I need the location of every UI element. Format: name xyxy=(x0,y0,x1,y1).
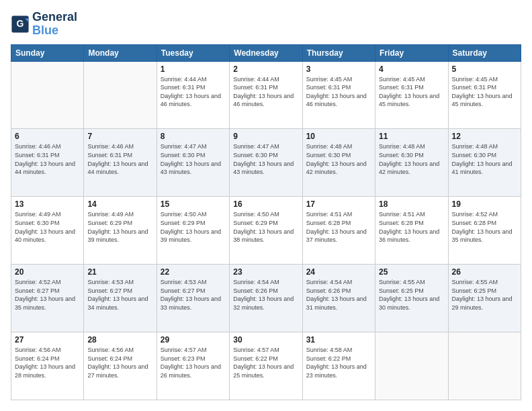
calendar-day-cell: 18Sunrise: 4:51 AM Sunset: 6:28 PM Dayli… xyxy=(375,197,448,265)
day-info: Sunrise: 4:44 AM Sunset: 6:31 PM Dayligh… xyxy=(233,75,298,109)
weekday-header: Saturday xyxy=(448,44,521,61)
day-number: 1 xyxy=(161,64,226,74)
day-info: Sunrise: 4:55 AM Sunset: 6:25 PM Dayligh… xyxy=(452,278,517,312)
day-number: 15 xyxy=(161,199,226,209)
day-number: 4 xyxy=(379,64,444,74)
day-number: 14 xyxy=(87,199,152,209)
calendar-day-cell: 11Sunrise: 4:48 AM Sunset: 6:30 PM Dayli… xyxy=(375,129,448,197)
day-number: 26 xyxy=(452,267,517,277)
calendar-day-cell: 3Sunrise: 4:45 AM Sunset: 6:31 PM Daylig… xyxy=(302,61,375,129)
calendar-day-cell: 23Sunrise: 4:54 AM Sunset: 6:26 PM Dayli… xyxy=(230,265,302,332)
day-info: Sunrise: 4:49 AM Sunset: 6:30 PM Dayligh… xyxy=(15,210,80,244)
calendar-day-cell: 9Sunrise: 4:47 AM Sunset: 6:30 PM Daylig… xyxy=(230,129,302,197)
calendar-day-cell: 5Sunrise: 4:45 AM Sunset: 6:31 PM Daylig… xyxy=(448,61,521,129)
calendar-day-cell: 27Sunrise: 4:56 AM Sunset: 6:24 PM Dayli… xyxy=(11,332,84,400)
logo: G General Blue xyxy=(11,11,77,38)
day-number: 20 xyxy=(15,267,80,277)
calendar-day-cell: 1Sunrise: 4:44 AM Sunset: 6:31 PM Daylig… xyxy=(157,61,229,129)
calendar-day-cell: 13Sunrise: 4:49 AM Sunset: 6:30 PM Dayli… xyxy=(11,197,84,265)
calendar-day-cell: 22Sunrise: 4:53 AM Sunset: 6:27 PM Dayli… xyxy=(157,265,229,332)
day-number: 9 xyxy=(233,132,298,141)
day-info: Sunrise: 4:53 AM Sunset: 6:27 PM Dayligh… xyxy=(161,278,226,312)
day-info: Sunrise: 4:53 AM Sunset: 6:27 PM Dayligh… xyxy=(87,278,152,312)
calendar-day-cell: 31Sunrise: 4:58 AM Sunset: 6:22 PM Dayli… xyxy=(302,332,375,400)
calendar-week-row: 6Sunrise: 4:46 AM Sunset: 6:31 PM Daylig… xyxy=(11,129,521,197)
day-number: 29 xyxy=(161,335,226,345)
calendar-week-row: 20Sunrise: 4:52 AM Sunset: 6:27 PM Dayli… xyxy=(11,265,521,332)
day-info: Sunrise: 4:56 AM Sunset: 6:24 PM Dayligh… xyxy=(87,346,152,379)
day-info: Sunrise: 4:54 AM Sunset: 6:26 PM Dayligh… xyxy=(306,278,371,312)
day-info: Sunrise: 4:50 AM Sunset: 6:29 PM Dayligh… xyxy=(233,210,298,244)
logo-line1: General xyxy=(32,11,77,24)
day-info: Sunrise: 4:52 AM Sunset: 6:28 PM Dayligh… xyxy=(452,210,517,244)
day-number: 18 xyxy=(379,199,444,209)
weekday-header: Wednesday xyxy=(230,44,302,61)
day-number: 13 xyxy=(15,199,80,209)
calendar-week-row: 13Sunrise: 4:49 AM Sunset: 6:30 PM Dayli… xyxy=(11,197,521,265)
day-number: 12 xyxy=(452,132,517,141)
svg-text:G: G xyxy=(17,18,24,29)
calendar-week-row: 27Sunrise: 4:56 AM Sunset: 6:24 PM Dayli… xyxy=(11,332,521,400)
day-number: 5 xyxy=(452,64,517,74)
calendar-day-cell: 2Sunrise: 4:44 AM Sunset: 6:31 PM Daylig… xyxy=(230,61,302,129)
day-info: Sunrise: 4:45 AM Sunset: 6:31 PM Dayligh… xyxy=(379,75,444,109)
day-info: Sunrise: 4:50 AM Sunset: 6:29 PM Dayligh… xyxy=(161,210,226,244)
day-number: 23 xyxy=(233,267,298,277)
calendar-day-cell xyxy=(11,61,84,129)
day-number: 6 xyxy=(15,132,80,141)
day-number: 22 xyxy=(161,267,226,277)
day-info: Sunrise: 4:46 AM Sunset: 6:31 PM Dayligh… xyxy=(87,142,152,176)
day-info: Sunrise: 4:55 AM Sunset: 6:25 PM Dayligh… xyxy=(379,278,444,312)
day-number: 21 xyxy=(87,267,152,277)
day-info: Sunrise: 4:57 AM Sunset: 6:22 PM Dayligh… xyxy=(233,346,298,379)
day-info: Sunrise: 4:45 AM Sunset: 6:31 PM Dayligh… xyxy=(452,75,517,109)
calendar-week-row: 1Sunrise: 4:44 AM Sunset: 6:31 PM Daylig… xyxy=(11,61,521,129)
day-info: Sunrise: 4:48 AM Sunset: 6:30 PM Dayligh… xyxy=(452,142,517,176)
day-number: 17 xyxy=(306,199,371,209)
day-info: Sunrise: 4:48 AM Sunset: 6:30 PM Dayligh… xyxy=(306,142,371,176)
day-info: Sunrise: 4:47 AM Sunset: 6:30 PM Dayligh… xyxy=(233,142,298,176)
calendar-day-cell: 4Sunrise: 4:45 AM Sunset: 6:31 PM Daylig… xyxy=(375,61,448,129)
day-number: 8 xyxy=(161,132,226,141)
header: G General Blue xyxy=(11,11,521,38)
logo-line2: Blue xyxy=(32,24,77,38)
calendar-day-cell: 15Sunrise: 4:50 AM Sunset: 6:29 PM Dayli… xyxy=(157,197,229,265)
day-info: Sunrise: 4:51 AM Sunset: 6:28 PM Dayligh… xyxy=(379,210,444,244)
calendar-day-cell: 25Sunrise: 4:55 AM Sunset: 6:25 PM Dayli… xyxy=(375,265,448,332)
calendar-day-cell: 19Sunrise: 4:52 AM Sunset: 6:28 PM Dayli… xyxy=(448,197,521,265)
calendar-day-cell: 24Sunrise: 4:54 AM Sunset: 6:26 PM Dayli… xyxy=(302,265,375,332)
day-info: Sunrise: 4:46 AM Sunset: 6:31 PM Dayligh… xyxy=(15,142,80,176)
weekday-header: Sunday xyxy=(11,44,84,61)
day-number: 31 xyxy=(306,335,371,345)
day-info: Sunrise: 4:54 AM Sunset: 6:26 PM Dayligh… xyxy=(233,278,298,312)
calendar-day-cell xyxy=(375,332,448,400)
day-number: 30 xyxy=(233,335,298,345)
calendar-header-row: SundayMondayTuesdayWednesdayThursdayFrid… xyxy=(11,44,521,61)
calendar-day-cell: 21Sunrise: 4:53 AM Sunset: 6:27 PM Dayli… xyxy=(84,265,157,332)
day-info: Sunrise: 4:47 AM Sunset: 6:30 PM Dayligh… xyxy=(161,142,226,176)
calendar-day-cell: 30Sunrise: 4:57 AM Sunset: 6:22 PM Dayli… xyxy=(230,332,302,400)
day-number: 7 xyxy=(87,132,152,141)
calendar-day-cell: 17Sunrise: 4:51 AM Sunset: 6:28 PM Dayli… xyxy=(302,197,375,265)
calendar-day-cell: 12Sunrise: 4:48 AM Sunset: 6:30 PM Dayli… xyxy=(448,129,521,197)
logo-text: General Blue xyxy=(32,11,77,38)
calendar-day-cell: 28Sunrise: 4:56 AM Sunset: 6:24 PM Dayli… xyxy=(84,332,157,400)
day-info: Sunrise: 4:44 AM Sunset: 6:31 PM Dayligh… xyxy=(161,75,226,109)
day-info: Sunrise: 4:48 AM Sunset: 6:30 PM Dayligh… xyxy=(379,142,444,176)
day-number: 27 xyxy=(15,335,80,345)
calendar-day-cell: 7Sunrise: 4:46 AM Sunset: 6:31 PM Daylig… xyxy=(84,129,157,197)
day-number: 2 xyxy=(233,64,298,74)
day-info: Sunrise: 4:57 AM Sunset: 6:23 PM Dayligh… xyxy=(161,346,226,379)
day-number: 24 xyxy=(306,267,371,277)
calendar-day-cell: 16Sunrise: 4:50 AM Sunset: 6:29 PM Dayli… xyxy=(230,197,302,265)
day-info: Sunrise: 4:49 AM Sunset: 6:29 PM Dayligh… xyxy=(87,210,152,244)
calendar-day-cell xyxy=(84,61,157,129)
calendar-table: SundayMondayTuesdayWednesdayThursdayFrid… xyxy=(11,44,521,400)
weekday-header: Monday xyxy=(84,44,157,61)
day-number: 11 xyxy=(379,132,444,141)
day-info: Sunrise: 4:56 AM Sunset: 6:24 PM Dayligh… xyxy=(15,346,80,379)
page: G General Blue SundayMondayTuesdayWednes… xyxy=(0,0,532,411)
calendar-day-cell xyxy=(448,332,521,400)
calendar-day-cell: 20Sunrise: 4:52 AM Sunset: 6:27 PM Dayli… xyxy=(11,265,84,332)
day-number: 19 xyxy=(452,199,517,209)
